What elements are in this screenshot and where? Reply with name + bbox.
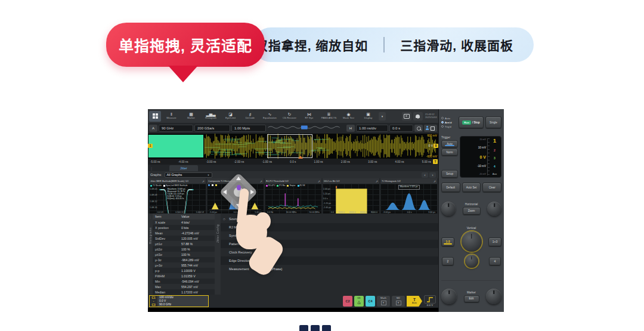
config-row-pattern-length[interactable]: Pattern Length8 [221,240,438,248]
jitter-config-side-tab[interactable]: Jitter Config [215,214,221,295]
toolbar-item-histogram[interactable]: ▂▅▃Histogram [201,110,221,122]
radio-trig-d[interactable]: Trig'd [441,125,457,128]
notification-button[interactable] [413,112,423,120]
channel-4-button[interactable]: 4 [489,257,501,265]
search-button[interactable] [414,125,423,132]
toolbar-item-rt-eye[interactable]: ⋈RT Eye [299,110,319,122]
channel-badge-c4[interactable]: C4 [366,296,375,307]
b-level-tag[interactable]: B [434,144,438,148]
expand-icon[interactable]: ↗ [376,180,378,183]
table-row[interactable]: p-p1.10009 V [153,268,215,273]
graph-body[interactable]: Waveform: 1.521 ps-3.00 ps0.0 s3.00 ps [380,184,437,214]
toolbar-item-decode[interactable]: ♯DeCode [240,110,260,122]
marker-b-knob[interactable] [486,289,501,304]
channel-1-3-button[interactable]: 1-3 [441,237,454,246]
vertical-scale-knob[interactable] [462,231,482,252]
table-row[interactable]: μ-3σ-964.289 mV [153,257,215,262]
toolbar-more-dropdown[interactable]: ▾ [379,112,386,120]
graph-panel-rj-pj-threshold-1-2[interactable]: RJ,PJ Threshold 1/2↗RJ+PJPJ BaSeparRJ M0… [265,178,321,214]
graph-panel-jitter-ber-bathtub-ber-scale-1-2[interactable]: Jitter BER Bathtub(BER Scale) 1/2↗TJ Sca… [149,178,206,214]
trigger-channel-4[interactable]: 4 [494,165,496,168]
toolbar-item-eye-limit[interactable]: ◪Eye/Limit [221,110,240,122]
tab-jitter[interactable]: Jitter [169,165,198,171]
toolbar-item-clk-recover[interactable]: ↻Clk Recover [280,110,299,122]
bandwidth-value[interactable]: 90 GHz [159,125,193,132]
table-row[interactable]: FWHM1.01359 V [153,273,215,279]
graph-body[interactable]: 2.40 ps1.20 ps0.0 s-1.20 ps-2.40 ps0.020… [323,184,379,214]
table-row[interactable]: X scale4 bits/ [153,219,215,225]
table-row[interactable]: μ±1σ57.88 % [153,241,215,246]
plus-icon[interactable]: + [396,301,401,305]
config-row-symbol-rate[interactable]: Symbol Rate [221,231,438,240]
radio-auto[interactable]: Auto [441,117,457,120]
auto-set-button[interactable]: Auto Set [462,182,481,192]
timebase-overview-slider[interactable] [267,125,345,132]
config-row-rj-method[interactable]: RJ Method [221,223,438,231]
zoom-selection-box[interactable] [267,134,312,158]
math-badge-math[interactable]: Math+ [377,296,390,307]
acquisition-button[interactable]: A [149,125,157,132]
trigger-norm-button[interactable]: Norm [441,149,458,156]
math-badge-m2[interactable]: M2+ [392,296,405,307]
vertical-position-knob[interactable] [465,255,478,268]
marker-edit-button[interactable]: Edit [464,295,479,302]
trigger-time-tag[interactable]: T [433,159,438,164]
horizontal-scale-knob[interactable] [487,202,501,216]
trigger-channel-1[interactable]: 1 [493,138,496,144]
config-row-edge-direction[interactable]: Edge DirectionBoth [221,256,438,265]
toolbar-item-equalization[interactable]: ∿Equalization [260,110,280,122]
graph-panel-tj-histogram-1-2[interactable]: TJ Histogram 1/2↗Waveform: 1.521 ps-3.00… [380,178,437,214]
graphs-next-button[interactable]: › [429,172,436,178]
horizontal-position-knob[interactable] [441,202,456,216]
channel-level-tag[interactable]: 1 [148,144,153,148]
table-row[interactable]: Mean-4.27246 mV [153,230,215,236]
screenshot-button[interactable] [402,112,411,120]
graph-panel-ddj-vs-bit-1-2[interactable]: DDJ vs Bit 1/2↗2.40 ps1.20 ps0.0 s-1.20 … [323,178,379,214]
table-row[interactable]: Max554.297 mV [153,284,215,289]
toolbar-item-mask-test[interactable]: ◉Mask Test [339,110,358,122]
sample-rate-value[interactable]: 200 GSa/s [194,125,230,132]
table-row[interactable]: Min-546.094 mV [153,279,215,284]
trigger-channel-2[interactable]: 2 [494,149,496,152]
config-row-source[interactable]: Source [221,215,438,223]
single-button[interactable]: Single [485,116,501,128]
channel-badge-c1-c3[interactable]: C1+C3 [354,296,364,307]
horizontal-scale-value[interactable]: 1.00 ns/div [356,125,388,132]
expand-icon[interactable]: ↗ [318,180,320,183]
toolbar-item-marker[interactable]: ▦Marker [181,110,201,122]
plus-icon[interactable]: + [381,301,386,305]
expand-icon[interactable]: ↗ [434,180,436,183]
apps-grid-button[interactable] [149,111,161,122]
toolbar-item-measure[interactable]: ‖Measure [162,110,181,122]
table-row[interactable]: μ±3σ100 % [153,252,215,257]
run-stop-button[interactable]: Run / Stop [459,116,484,128]
zoom-button[interactable]: Zoom [463,207,481,215]
table-row[interactable]: X position0 bits [153,225,215,230]
trigger-setup-button[interactable]: Setup [441,170,458,178]
clear-button[interactable]: Clear [482,182,501,192]
graph-body[interactable]: -5.00 ps0.0 s5.00 ps [207,184,264,214]
channel-badge-c2[interactable]: C2 [343,296,352,307]
table-row[interactable]: StdDev120.005 mV [153,236,215,241]
radio-arm-d[interactable]: Arm'd [441,121,457,124]
default-button[interactable]: Default [441,182,460,192]
channel-c1-c3-badge[interactable]: C1 - C3 100 mV/div 0.0 V 90.0 GHz [149,295,209,307]
horizontal-offset-value[interactable]: 0.0 s [389,125,413,132]
config-pin-icon[interactable]: ◇ [223,217,225,221]
channel-1plus3-button[interactable]: 1+3 [488,237,501,246]
toolbar-item-display[interactable]: ▣Display [358,110,378,122]
expand-icon[interactable]: ↗ [202,180,205,183]
config-row-clock-recovery[interactable]: Clock RecoveryFirst O... [221,248,438,256]
expand-icon[interactable]: ↗ [260,180,262,183]
trigger-channel-3[interactable]: 3 [494,157,496,160]
table-row[interactable]: μ±2σ100 % [153,246,215,252]
waveform-strip[interactable]: 600 mV 0 V -600 mV 1 B [148,134,438,159]
marker-a-knob[interactable] [441,289,457,304]
toolbar-item-pam4-anlys[interactable]: ≣PAM4 ANLYS [319,110,339,122]
config-row-measurement[interactable]: MeasurementTIE (Phase) [221,265,438,273]
graph-panel-composite-tj-histogram-1-2[interactable]: Composite TJ Histogram 1/2↗-5.00 ps0.0 s… [207,178,264,214]
table-row[interactable]: μ+3σ955.744 mV [153,262,215,268]
trigger-auto-badge[interactable]: T Auto [407,296,422,307]
trigger-auto-button[interactable]: Auto [441,140,458,147]
table-row[interactable]: Median1.17203 mV [153,289,215,295]
